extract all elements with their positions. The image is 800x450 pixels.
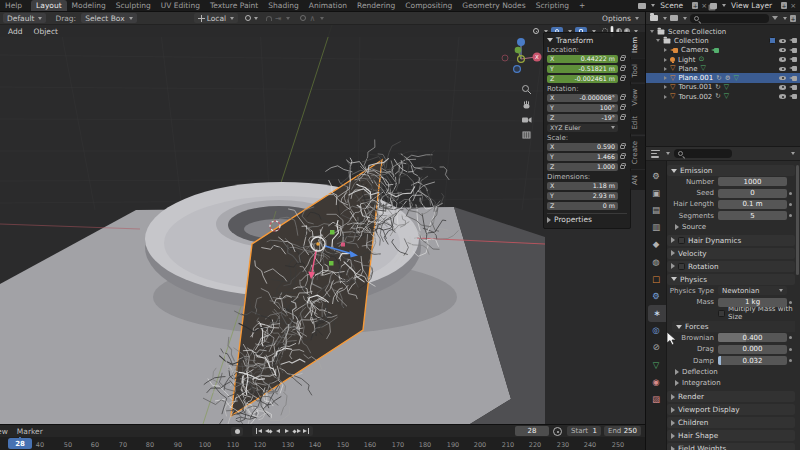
close-icon[interactable]: × (701, 2, 707, 10)
tab-material[interactable]: ◉ (646, 373, 666, 390)
display-mode-icon[interactable] (670, 15, 678, 21)
panel-integration[interactable]: Integration (667, 378, 795, 389)
workspace-tab-shading[interactable]: Shading (263, 0, 303, 11)
object-menu[interactable]: Object (30, 26, 62, 36)
sidebar-tab-edit[interactable]: Edit (630, 111, 645, 135)
expand-icon[interactable] (664, 58, 667, 62)
dimensions-x-field[interactable]: X1.18 m (547, 182, 618, 190)
axis-y-ball[interactable] (515, 47, 522, 54)
dimensions-z-field[interactable]: Z0 m (547, 202, 618, 210)
hair-dynamics-checkbox[interactable] (678, 237, 685, 244)
tab-constraints[interactable]: ⊘ (646, 339, 666, 356)
tab-modifiers[interactable]: ⚙ (646, 287, 666, 304)
expand-icon[interactable] (664, 95, 667, 99)
navigation-gizmo[interactable]: X (498, 33, 544, 79)
auto-key-record-button[interactable] (231, 427, 243, 436)
panel-forces[interactable]: Forces (672, 321, 795, 332)
chevron-down-icon[interactable] (722, 4, 726, 7)
chevron-down-icon[interactable] (666, 152, 670, 155)
expand-icon[interactable] (664, 76, 667, 80)
close-icon[interactable]: × (790, 2, 796, 10)
sidebar-tab-item[interactable]: Item (630, 32, 645, 58)
axis-neg-x-ball[interactable] (502, 55, 508, 61)
filter-funnel-icon[interactable] (772, 16, 778, 20)
new-collection-icon[interactable]: + (790, 15, 796, 22)
unlock-icon[interactable] (620, 77, 625, 81)
rotation-checkbox[interactable] (678, 263, 685, 270)
view-layer-name[interactable]: View Layer (729, 1, 778, 10)
unlock-icon[interactable] (620, 57, 625, 61)
panel-children[interactable]: Children (667, 417, 795, 428)
workspace-tab-rendering[interactable]: Rendering (352, 0, 400, 11)
workspace-tab-sculpting[interactable]: Sculpting (111, 0, 156, 11)
outliner-row-torus-002[interactable]: ▽ Torus.002 ↻ ▽ (646, 92, 800, 101)
seed-field[interactable]: 0 (718, 189, 787, 198)
play-button[interactable] (283, 426, 293, 436)
tab-physics[interactable]: ◎ (646, 322, 666, 339)
viewport-3d[interactable]: Add Object X (0, 25, 645, 424)
tab-particles[interactable]: ∗ (648, 305, 666, 322)
tab-tool[interactable]: ⚙ (646, 167, 666, 184)
workspace-tab-animation[interactable]: Animation (304, 0, 352, 11)
unlock-icon[interactable] (620, 145, 625, 149)
camera-view-icon[interactable] (521, 114, 532, 125)
panel-hair-dynamics[interactable]: Hair Dynamics (667, 235, 795, 246)
outliner-row-collection[interactable]: Collection (646, 36, 800, 45)
panel-physics[interactable]: Physics (667, 274, 795, 285)
tool-preset-dropdown[interactable]: Default (3, 13, 46, 23)
add-workspace-button[interactable]: + (574, 0, 590, 11)
timeline-ruler[interactable]: 40 50 60 70 80 90 100 110 120 130 140 15… (0, 437, 645, 450)
location-y-field[interactable]: Y-0.51821 m (547, 65, 618, 73)
eye-icon[interactable] (779, 67, 786, 72)
expand-icon[interactable] (664, 85, 667, 89)
sidebar-tab-create[interactable]: Create (630, 136, 645, 169)
eye-icon[interactable] (779, 39, 786, 44)
workspace-tab-layout[interactable]: Layout (31, 0, 67, 11)
workspace-tab-uv-editing[interactable]: UV Editing (156, 0, 205, 11)
tab-world[interactable]: ◍ (646, 253, 666, 270)
play-reverse-button[interactable] (273, 426, 283, 436)
jump-to-start-button[interactable] (254, 426, 264, 436)
eye-icon[interactable] (779, 76, 786, 81)
expand-icon[interactable] (650, 30, 654, 33)
current-frame-field[interactable]: 28 (515, 426, 549, 436)
panel-field-weights[interactable]: Field Weights (667, 443, 795, 450)
scrollbar[interactable] (796, 165, 799, 275)
axis-z-ball[interactable] (517, 38, 525, 46)
location-z-field[interactable]: Z-0.002461 m (547, 75, 618, 83)
new-scene-icon[interactable]: + (692, 2, 698, 9)
scale-x-field[interactable]: X0.590 (547, 143, 618, 151)
workspace-tab-scripting[interactable]: Scripting (531, 0, 574, 11)
drag-slider[interactable]: 0.000 (718, 345, 787, 354)
tab-output[interactable]: ▤ (646, 201, 666, 218)
animate-dot-icon[interactable] (789, 359, 792, 362)
hair-length-field[interactable]: 0.1 m (718, 200, 787, 209)
transform-panel-header[interactable]: Transform (547, 35, 627, 45)
workspace-tab-compositing[interactable]: Compositing (400, 0, 457, 11)
camera-toggle-icon[interactable] (789, 38, 797, 43)
unlock-icon[interactable] (620, 106, 625, 110)
panel-render[interactable]: Render (667, 391, 795, 402)
brownian-slider[interactable]: 0.400 (718, 333, 787, 342)
editor-type-icon[interactable] (651, 150, 660, 158)
rotation-y-field[interactable]: Y100° (547, 104, 618, 112)
rotation-mode-dropdown[interactable]: XYZ Euler (547, 124, 618, 132)
toggle-perspective-icon[interactable] (521, 129, 532, 140)
damp-slider[interactable]: 0.032 (718, 356, 787, 365)
chevron-down-icon[interactable] (651, 4, 655, 7)
outliner-row-camera[interactable]: Camera (646, 46, 800, 55)
camera-toggle-icon[interactable] (789, 57, 797, 62)
exclude-checkbox[interactable] (769, 37, 776, 44)
unlock-icon[interactable] (620, 155, 625, 159)
eye-icon[interactable] (779, 85, 786, 90)
add-menu[interactable]: Add (4, 26, 27, 36)
panel-emission[interactable]: Emission (667, 165, 795, 176)
select-mode-dropdown[interactable]: Select Box (81, 13, 136, 23)
pan-hand-icon[interactable] (521, 99, 532, 110)
animate-dot-icon[interactable] (789, 336, 792, 339)
menu-marker[interactable]: Marker (17, 427, 43, 436)
camera-toggle-icon[interactable] (789, 66, 797, 71)
menu-help[interactable]: Help (5, 1, 22, 10)
menu-view[interactable]: View (0, 427, 8, 436)
panel-hair-shape[interactable]: Hair Shape (667, 430, 795, 441)
